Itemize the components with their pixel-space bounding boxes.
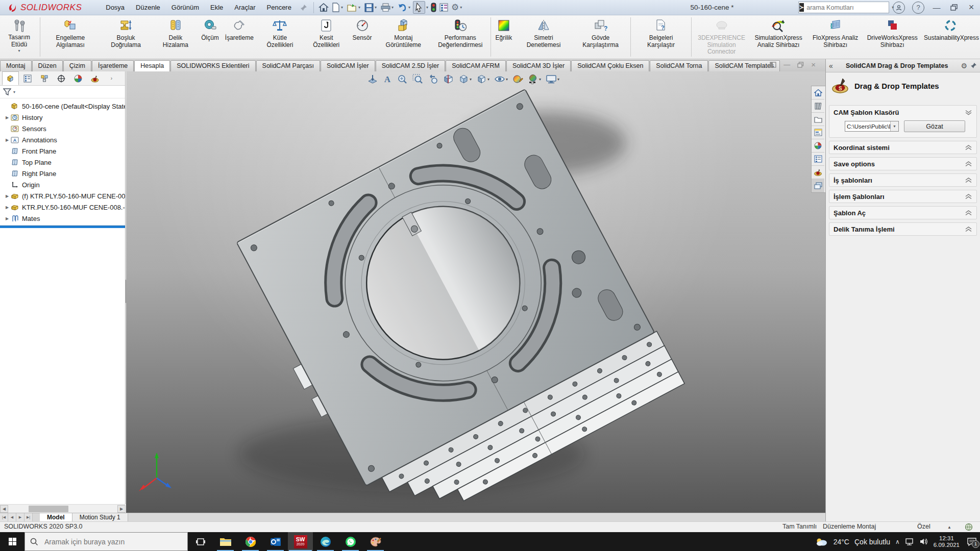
tree-root-assembly[interactable]: ▶ 50-160-cene (Default<Display State-1>) [0,101,125,112]
section-islem-sablonlari[interactable]: İşlem Şablonları [829,190,977,203]
hide-show-items-button[interactable]: ▾ [493,73,509,85]
configuration-manager-tab[interactable] [36,71,53,85]
chrome-button[interactable] [238,532,263,551]
tab-strip-expand-chevron[interactable]: › [103,71,120,85]
property-manager-tab[interactable] [19,71,36,85]
zoom-fit-button[interactable] [396,73,409,85]
display-style-button[interactable]: ▾ [475,73,491,85]
section-save-options[interactable]: Save options [829,157,977,170]
menu-duzenle[interactable]: Düzenle [130,0,166,15]
tab-cizim[interactable]: Çizim [63,60,91,71]
ribbon-button-collision-detection[interactable]: Engelleme Algılaması [42,15,99,59]
solidworks-taskbar-button[interactable]: SW2020 [288,532,313,551]
ribbon-button-mass-properties[interactable]: Kütle Özellikleri [257,15,303,59]
view-orientation-button[interactable]: ▾ [457,73,473,85]
chevron-double-up-icon[interactable] [965,194,972,199]
ribbon-button-symmetry-check[interactable]: Simetri Denetlemesi [515,15,572,59]
ribbon-button-hole-alignment[interactable]: Delik Hizalama [153,15,199,59]
expand-arrow[interactable]: ▶ [4,216,10,221]
normal-to-button[interactable] [366,73,379,85]
section-is-sablonlari[interactable]: İş şablonları [829,173,977,187]
filter-dropdown-caret[interactable]: ▾ [13,90,15,94]
dropdown-caret[interactable]: ▾ [408,5,410,10]
options-button[interactable] [438,2,450,13]
section-koordinat-sistemi[interactable]: Koordinat sistemi [829,141,977,154]
dropdown-caret[interactable]: ▾ [460,5,462,10]
tree-item-front-plane[interactable]: ▶ Front Plane [0,145,125,157]
open-button[interactable]: ▾ [346,2,363,13]
weather-text[interactable]: Çok bulutlu [854,538,890,546]
chevron-double-up-icon[interactable] [965,178,972,183]
tab-isaretleme[interactable]: İşaretleme [92,60,134,71]
model-3d-view[interactable] [126,71,825,513]
doc-close-icon[interactable]: × [811,60,816,69]
restore-button[interactable] [945,0,963,15]
ribbon-button-simulationxpress[interactable]: SimulationXpress Analiz Sihirbazı [750,15,807,59]
ribbon-button-driveworksxpress[interactable]: DriveWorksXpress Sihirbazı [864,15,921,59]
tree-item-part-008[interactable]: ▶ KTR.PLY.50-160-MUF CENE-008.--20- [0,202,125,213]
ribbon-button-performance-evaluation[interactable]: Performans Değerlendirmesi [432,15,489,59]
tree-item-history[interactable]: ▶ History [0,112,125,123]
ribbon-button-floxpress[interactable]: FloXpress Analiz Sihirbazı [807,15,864,59]
ribbon-button-section-properties[interactable]: Kesit Özellikleri [303,15,350,59]
weather-icon[interactable] [815,537,828,546]
menu-ekle[interactable]: Ekle [205,0,229,15]
tab-solidcam-afrm[interactable]: SolidCAM AFRM [446,60,506,71]
tree-item-top-plane[interactable]: ▶ Top Plane [0,157,125,168]
dimxpert-manager-tab[interactable] [53,71,69,85]
tab-solidcam-isler[interactable]: SolidCAM İşler [321,60,375,71]
expand-arrow[interactable]: ▶ [4,115,10,120]
tree-item-annotations[interactable]: ▶ A Annotations [0,134,125,145]
dropdown-caret[interactable]: ▾ [375,5,377,10]
start-button[interactable] [0,532,24,551]
ribbon-button-sensor[interactable]: Sensör [350,15,375,59]
expand-arrow[interactable]: ▶ [4,138,10,142]
dropdown-caret[interactable]: ▾ [506,77,508,82]
configuration-text[interactable]: Özel [917,523,930,530]
doc-restore-icon[interactable] [797,62,804,68]
section-delik-tanima-islemi[interactable]: Delik Tanıma İşlemi [829,222,977,236]
tab-scroll-first[interactable]: |◀ [0,513,8,521]
expand-arrow[interactable]: ▶ [4,194,10,198]
tree-item-part-001[interactable]: ▶ (f) KTR.PLY.50-160-MUF CENE-001.-- [0,190,125,202]
filter-funnel-icon[interactable] [3,88,11,96]
edge-button[interactable] [313,532,338,551]
gear-icon[interactable]: ⚙ [961,62,967,70]
tree-item-sensors[interactable]: ▶ Sensors [0,123,125,134]
dropdown-caret[interactable]: ▾ [391,5,394,10]
dropdown-caret[interactable]: ▾ [539,77,541,82]
template-folder-combobox[interactable]: C:\Users\Public\D ▼ [845,121,899,132]
whatsapp-button[interactable] [338,532,363,551]
window-cascade-tab[interactable] [812,179,824,192]
ribbon-button-curvature[interactable]: Eğrilik [493,15,516,59]
collapse-chevrons-icon[interactable]: « [829,62,833,70]
solidcam-manager-tab[interactable] [86,71,103,85]
taskbar-clock[interactable]: 12:31 6.09.2021 [934,535,960,548]
globe-icon[interactable] [965,523,973,531]
chevron-double-up-icon[interactable] [965,161,972,167]
zoom-area-button[interactable] [411,73,424,85]
annotation-views-button[interactable]: A [381,73,394,85]
edit-appearance-button[interactable] [511,73,524,85]
search-input[interactable] [804,4,891,11]
settings-button[interactable]: ⚙▾ [450,1,464,14]
dropdown-caret[interactable]: ▾ [470,77,472,82]
browse-button[interactable]: Gözat [904,120,965,132]
print-button[interactable]: ▾ [379,2,396,13]
tree-item-mates[interactable]: ▶ Mates [0,213,125,224]
network-icon[interactable] [905,538,914,545]
file-explorer-tab[interactable] [812,113,824,126]
view-settings-button[interactable]: ▾ [545,73,560,85]
tree-item-right-plane[interactable]: ▶ Right Plane [0,168,125,179]
doc-minimize-icon[interactable]: — [783,61,790,68]
scroll-right-arrow[interactable]: ▶ [117,505,126,513]
chevron-double-down-icon[interactable] [965,110,972,115]
rollback-bar[interactable] [0,226,125,228]
display-manager-tab[interactable] [69,71,86,85]
chevron-double-up-icon[interactable] [965,145,972,151]
ribbon-button-sustainabilityxpress[interactable]: SustainabilityXpress [921,15,980,59]
tab-solidworks-eklentileri[interactable]: SOLIDWORKS Eklentileri [170,60,255,71]
rebuild-button[interactable] [429,2,438,13]
temperature-text[interactable]: 24°C [834,538,849,546]
dropdown-caret[interactable]: ▾ [341,5,343,10]
